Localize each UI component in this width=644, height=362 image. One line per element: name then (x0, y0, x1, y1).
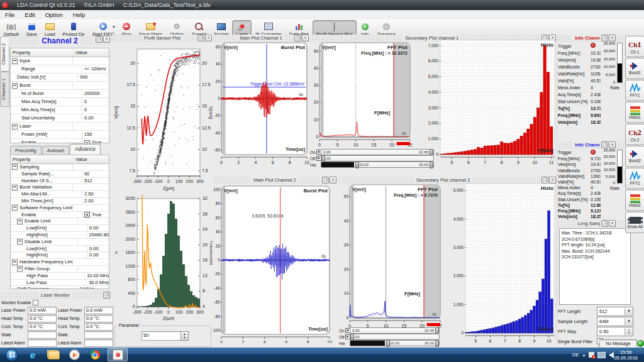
collapse-icon[interactable] (12, 205, 18, 211)
float-button[interactable]: ❐ (601, 141, 608, 148)
property-value-cell[interactable]: 2.50 (82, 191, 94, 197)
gauge-track[interactable] (617, 150, 623, 184)
slider-groove-on[interactable]: 0.0020.48 (350, 327, 440, 334)
collapse-icon[interactable] (12, 124, 18, 129)
property-value-cell[interactable]: ×True (82, 139, 101, 143)
property-value-cell[interactable]: 150 (82, 131, 92, 138)
monitor-enable-checkbox[interactable] (33, 300, 38, 305)
laser-field-value[interactable]: 0.0 mW (28, 307, 57, 314)
laser-field-value[interactable]: 0.0 °C (84, 315, 113, 322)
channel-panel-header[interactable]: Channel 2 ❐× (9, 36, 111, 46)
dock-tab-channel2[interactable]: Channel 2 (0, 36, 9, 72)
laser-monitor-header[interactable]: Laser Monitor ❐ (0, 292, 111, 299)
float-button[interactable]: ❐ (601, 35, 608, 41)
profil-panel-header[interactable]: Profil Sensor Plot ❐× (112, 35, 213, 41)
tab-advance[interactable]: Advance (70, 144, 101, 155)
profil-velocity-plot[interactable]: 7.57.5101012.512.5151517.517.52020-300-2… (112, 43, 213, 195)
parameter-spinbox[interactable]: 50 (142, 331, 184, 341)
laser-field-value[interactable]: 0.0 °C (28, 323, 57, 331)
shortcut-button-burst2[interactable]: Burst2 (625, 146, 644, 167)
property-value-cell[interactable]: 900 (78, 74, 88, 81)
taskbar-clock[interactable]: 15:5605.09.2016 (614, 349, 638, 361)
profil-histogram-plot[interactable]: 0400800120016002000240028003200481216202… (112, 195, 213, 321)
float-button[interactable]: ❐ (103, 292, 110, 299)
tray-expand-icon[interactable]: ▲ (582, 353, 586, 357)
collapse-icon[interactable] (12, 164, 18, 170)
histogram-channel1[interactable]: 7,0006,0005,0004,0003,0002,0001,00005678… (412, 36, 556, 166)
collapse-icon[interactable] (12, 185, 18, 190)
window-titlebar[interactable]: LDA Control Qt v2.0.21©ILA GmbHC:/LDA_Da… (0, 0, 644, 10)
checkbox-checked-icon[interactable]: × (84, 140, 90, 144)
property-value-cell[interactable]: 0.00 (87, 252, 99, 258)
tray-volume-icon[interactable] (609, 352, 614, 358)
tray-flag-icon[interactable]: × (589, 352, 594, 358)
tray-language[interactable]: DE (572, 352, 579, 358)
taskbar-explorer-icon[interactable] (45, 349, 62, 361)
menu-item-edit[interactable]: Edit (19, 10, 40, 19)
burst-plot-channel1[interactable]: 6040200-20-40-6002468100vTriggerLevel Ch… (213, 39, 309, 166)
taskbar-ie-icon[interactable]: e (25, 349, 41, 361)
shortcut-button-histo1[interactable]: Histo1 (625, 102, 644, 123)
slider-handle[interactable] (355, 162, 359, 168)
collapse-icon[interactable] (17, 239, 23, 244)
long-sample-header[interactable]: Long Sample ❐× (557, 220, 626, 227)
fft-plot-channel1[interactable]: 010203040500510152025V[mV]FFT PlotFreq.[… (309, 38, 412, 148)
laser-field-value[interactable] (84, 339, 113, 347)
slider-groove-off[interactable]: 0.00 (350, 334, 440, 340)
burst-plot-channel2[interactable]: 100806040200-20-40-60-80-10002468100v3.8… (213, 181, 338, 343)
taskbar-mediaplayer-icon[interactable] (66, 349, 82, 361)
control-select-fft-length[interactable]: 512▼ (597, 307, 633, 316)
slider-handle[interactable] (435, 340, 439, 347)
close-icon[interactable]: × (609, 220, 616, 227)
property-value-cell[interactable]: 10.00 MHz (85, 273, 109, 279)
property-value-cell[interactable]: 20480.80 (87, 232, 109, 238)
menu-item-file[interactable]: File (0, 10, 19, 19)
collapse-icon[interactable] (17, 266, 23, 272)
shortcut-button-show-all[interactable]: Show All (625, 212, 644, 233)
histogram-channel2[interactable]: 5,0004,0003,0002,0001,00005678910HistoF[… (442, 180, 556, 343)
shortcut-button-fft2[interactable]: FFT2 (625, 168, 644, 189)
tab-autoset[interactable]: Autoset (42, 146, 69, 155)
laser-field-value[interactable]: 0.0 mW (84, 307, 113, 314)
checkbox-checked-icon[interactable]: × (84, 212, 90, 217)
collapse-icon[interactable] (17, 219, 23, 224)
slider-handle[interactable] (386, 340, 390, 347)
property-value-cell[interactable]: 0.00 (82, 114, 94, 122)
laser-field-value[interactable]: 0.0 °C (84, 323, 113, 331)
laser-field-value[interactable] (28, 339, 57, 347)
control-spin-fft-step[interactable]: 0.50▲▼ (597, 327, 633, 336)
close-icon[interactable]: × (609, 35, 616, 41)
laser-field-value[interactable]: 0.0 °C (28, 315, 57, 322)
gauge-track[interactable] (617, 43, 623, 83)
property-value-cell[interactable]: 0 (82, 106, 87, 114)
close-icon[interactable]: × (103, 36, 110, 43)
float-button[interactable]: ❐ (601, 220, 608, 227)
taskbar-lda-app-icon[interactable] (108, 348, 128, 361)
shortcut-button-histo2[interactable]: Histo2 (625, 190, 644, 211)
float-button[interactable]: ❐ (197, 35, 204, 41)
menu-item-help[interactable]: Help (68, 10, 91, 19)
property-value-cell[interactable]: 0.00 (87, 225, 99, 231)
float-button[interactable]: ❐ (96, 36, 103, 43)
info2-panel-header[interactable]: Info Channel 2 ❐× (557, 141, 626, 148)
property-value-cell[interactable]: 512 (82, 178, 92, 184)
spin-arrows[interactable]: ▲▼ (180, 331, 189, 341)
property-value-cell[interactable]: 30.0 MHz (87, 280, 109, 286)
property-value-cell[interactable]: 200000 (82, 90, 100, 97)
property-value-cell[interactable]: 2.00 (82, 198, 94, 204)
shortcut-button-burst1[interactable]: Burst1 (625, 58, 644, 79)
property-value-cell[interactable]: ×True (82, 212, 101, 218)
fft-plot-channel2[interactable]: 010203040500510152025V[mV]FFT PlotFreq.[… (338, 180, 441, 328)
property-value-cell[interactable]: 50 (82, 171, 89, 177)
shortcut-button-fft1[interactable]: FFT1 (625, 80, 644, 101)
shortcut-button-ch2[interactable]: Ch2Ch.2 (625, 124, 644, 145)
close-icon[interactable]: × (205, 35, 212, 41)
dock-tab-channel1[interactable]: Channel 1 (0, 72, 9, 107)
collapse-icon[interactable] (12, 83, 18, 89)
collapse-icon[interactable] (12, 58, 18, 64)
property-value-cell[interactable]: 0 MHz (78, 286, 94, 289)
laser-field-value[interactable] (28, 331, 57, 339)
control-select-sample-length[interactable]: 64M▼ (597, 317, 633, 326)
collapse-icon[interactable] (12, 260, 18, 265)
property-value-cell[interactable]: 0.00 (87, 246, 99, 252)
